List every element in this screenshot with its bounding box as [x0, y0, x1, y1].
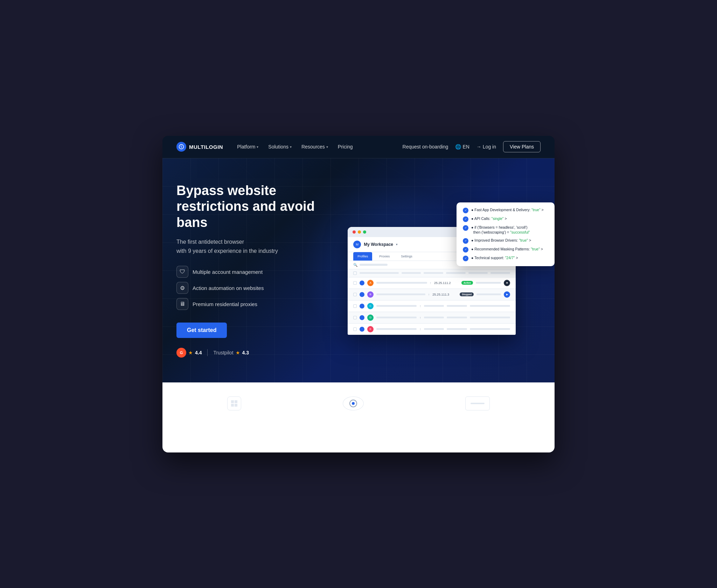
g2-score: 4.4 — [195, 350, 202, 355]
row-bar-2 — [476, 282, 501, 284]
svg-rect-9 — [231, 400, 234, 403]
svg-rect-10 — [235, 400, 237, 403]
login-button[interactable]: → Log in — [476, 144, 496, 150]
row-name-bar — [376, 282, 427, 284]
solutions-chevron-icon: ▾ — [290, 145, 292, 149]
row-ip: 25.25.111.2 — [434, 281, 459, 285]
nav-links: Platform ▾ Solutions ▾ Resources ▾ Prici… — [237, 144, 353, 150]
row-profile-icon — [360, 327, 364, 332]
row-sort-icon: ↑ — [430, 281, 432, 285]
browser-tab-3[interactable]: Settings — [397, 252, 417, 261]
row-checkbox[interactable] — [353, 281, 357, 285]
partner-logo-1 — [227, 396, 241, 410]
row-checkbox[interactable] — [353, 316, 357, 319]
row-status-bar — [447, 317, 467, 318]
login-arrow-icon: → — [476, 144, 481, 150]
header-cell-6 — [490, 272, 510, 274]
shield-icon: 🛡 — [176, 266, 188, 278]
browser-tab-2[interactable]: Proxies — [375, 252, 394, 261]
feature-action-automation: ⚙ Action automation on websites — [176, 282, 337, 294]
table-row: D ↑ — [348, 312, 516, 323]
stop-button[interactable]: ■ — [504, 280, 510, 286]
nav-platform[interactable]: Platform ▾ — [237, 144, 258, 150]
row-avatar: D — [367, 314, 374, 321]
trustpilot-rating: Trustpilot ★ 4.3 — [213, 350, 249, 355]
ratings-row: G ★ 4.4 Trustpilot ★ 4.3 — [176, 348, 337, 358]
partner-logo-2 — [343, 396, 364, 410]
table-row: B ↑ 25.25.111.3 Stopped ▶ — [348, 289, 516, 300]
row-checkbox[interactable] — [353, 293, 357, 296]
row-profile-icon — [360, 315, 364, 320]
code-line-6: ✓ ● Technical support: "24/7" > — [463, 255, 548, 261]
partner-logo-3 — [465, 396, 490, 410]
proxy-icon: 🖥 — [176, 298, 188, 310]
feature-proxies: 🖥 Premium residential proxies — [176, 298, 337, 310]
svg-rect-11 — [231, 404, 234, 407]
row-name-bar — [376, 328, 417, 330]
code-line-2: ✓ ● API Calls: "single" > — [463, 216, 548, 222]
row-ip-bar — [424, 317, 444, 318]
navbar-left: MULTILOGIN Platform ▾ Solutions ▾ Resour… — [176, 142, 353, 152]
search-icon: 🔍 — [353, 263, 357, 267]
row-bar-3 — [470, 317, 510, 318]
svg-point-14 — [352, 402, 355, 405]
search-bar — [360, 264, 388, 266]
browser-dot-yellow — [358, 230, 361, 234]
request-onboarding-link[interactable]: Request on-boarding — [403, 144, 448, 150]
get-started-button[interactable]: Get started — [176, 323, 227, 338]
header-cell-3 — [424, 272, 443, 274]
row-checkbox[interactable] — [353, 327, 357, 331]
header-cell-5 — [468, 272, 488, 274]
hero-subtitle: The first antidetect browser with 9 year… — [176, 237, 337, 255]
row-status-bar — [447, 305, 467, 307]
partner-icon-3 — [465, 396, 490, 410]
status-badge-stopped: Stopped — [460, 292, 474, 296]
language-selector[interactable]: 🌐 EN — [455, 144, 469, 150]
row-avatar: E — [367, 326, 374, 332]
play-button[interactable]: ▶ — [504, 291, 510, 298]
row-avatar: A — [367, 280, 374, 286]
platform-chevron-icon: ▾ — [257, 145, 258, 149]
row-bar-3 — [470, 328, 510, 330]
code-line-5: ✓ ● Recommended Masking Patterns: "true"… — [463, 247, 548, 253]
row-name-bar — [376, 317, 417, 318]
feature-account-management: 🛡 Multiple account management — [176, 266, 337, 278]
row-ip: 25.25.111.3 — [432, 293, 457, 296]
navbar: MULTILOGIN Platform ▾ Solutions ▾ Resour… — [162, 136, 555, 158]
row-bar-3 — [470, 305, 510, 307]
logo-icon — [176, 142, 186, 152]
row-avatar: C — [367, 303, 374, 309]
header-cell-2 — [402, 272, 421, 274]
row-bar-2 — [476, 293, 501, 295]
row-avatar: B — [367, 291, 374, 298]
row-name-bar — [376, 293, 425, 295]
navbar-right: Request on-boarding 🌐 EN → Log in View P… — [403, 141, 541, 152]
nav-pricing[interactable]: Pricing — [338, 144, 353, 150]
check-icon-3: ✓ — [463, 225, 468, 231]
check-icon-5: ✓ — [463, 247, 468, 253]
row-profile-icon — [360, 304, 364, 309]
row-name-bar — [376, 305, 417, 307]
nav-resources[interactable]: Resources ▾ — [301, 144, 328, 150]
hero-left: Bypass website restrictions and avoid ba… — [176, 183, 344, 358]
view-plans-button[interactable]: View Plans — [503, 141, 541, 152]
browser-tab-1[interactable]: Profiles — [353, 252, 372, 261]
row-profile-icon — [360, 281, 364, 285]
logo[interactable]: MULTILOGIN — [176, 142, 223, 152]
automation-icon: ⚙ — [176, 282, 188, 294]
outer-wrapper: MULTILOGIN Platform ▾ Solutions ▾ Resour… — [162, 136, 555, 452]
code-line-3: ✓ ● if ('Browsers = headless', 'scroll')… — [463, 225, 548, 235]
nav-solutions[interactable]: Solutions ▾ — [268, 144, 292, 150]
row-sort-icon: ↑ — [419, 327, 421, 331]
partner-logos-row — [176, 396, 541, 410]
row-sort-icon: ↑ — [428, 293, 430, 296]
code-line-4: ✓ ● Improved Browser Drivers: "true" > — [463, 238, 548, 244]
table-row: E ↑ — [348, 323, 516, 335]
row-sort-icon: ↑ — [419, 304, 421, 308]
g2-rating: G ★ 4.4 — [176, 348, 202, 358]
header-cell-4 — [446, 272, 466, 274]
row-ip-bar — [424, 328, 444, 330]
table-row: A ↑ 25.25.111.2 Active ■ — [348, 277, 516, 289]
row-checkbox[interactable] — [353, 304, 357, 308]
row-ip-bar — [424, 305, 444, 307]
